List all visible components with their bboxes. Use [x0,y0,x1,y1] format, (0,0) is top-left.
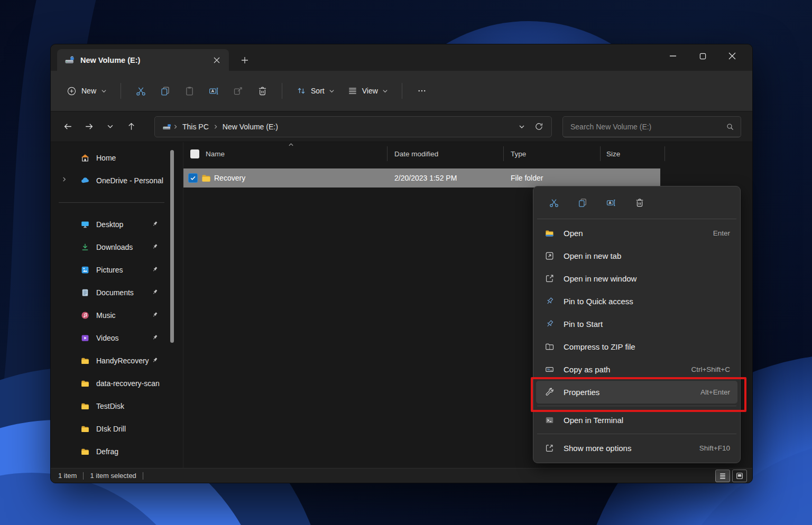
sort-button-label: Sort [311,87,325,95]
view-button[interactable]: View [341,81,394,101]
folder-icon [80,447,90,456]
up-button[interactable] [121,117,142,136]
menu-item-compress-to-zip[interactable]: Compress to ZIP file [536,335,737,358]
menu-item-open-in-new-tab[interactable]: Open in new tab [536,245,737,267]
sidebar-item-videos[interactable]: Videos [54,326,180,349]
sidebar-item-label: Desktop [96,220,123,229]
view-toggles [715,470,747,482]
column-divider[interactable] [503,146,504,161]
selected-count: 1 item selected [90,472,136,480]
sidebar-item-onedrive[interactable]: OneDrive - Personal [54,169,180,192]
file-row-recovery[interactable]: Recovery 2/20/2023 1:52 PM File folder [183,168,660,188]
menu-item-label: Open [564,229,713,238]
rename-button[interactable] [601,192,622,213]
chevron-down-icon [101,88,107,94]
sidebar-item-handyrecovery[interactable]: HandyRecovery [54,349,180,372]
sidebar-item-defrag[interactable]: Defrag [54,440,180,463]
paste-button[interactable] [177,80,201,101]
column-header-name[interactable]: Name [206,150,225,158]
search-input[interactable] [569,122,726,132]
pin-icon [151,334,159,341]
select-all-checkbox[interactable] [190,149,199,158]
menu-item-open[interactable]: Open Enter [536,222,737,245]
back-button[interactable] [57,117,78,136]
column-header-size[interactable]: Size [606,150,620,158]
sidebar-item-label: Documents [96,288,134,297]
delete-button[interactable] [629,192,650,213]
pictures-icon [80,265,90,275]
breadcrumb-new-volume[interactable]: New Volume (E:) [219,120,281,133]
search-box [562,116,741,137]
address-dropdown-icon[interactable] [513,117,530,136]
sidebar-item-data-recovery-scan[interactable]: data-recovery-scan [54,372,180,395]
status-bar: 1 item 1 item selected [51,468,752,483]
pin-icon [151,357,159,364]
search-icon[interactable] [726,123,734,131]
maximize-button[interactable] [688,45,717,67]
copy-button[interactable] [572,192,593,213]
details-view-button[interactable] [715,470,730,482]
row-checkbox-checked[interactable] [188,173,198,183]
menu-item-show-more-options[interactable]: Show more options Shift+F10 [536,437,737,460]
item-count: 1 item [58,472,77,480]
plus-circle-icon [67,86,77,96]
chevron-right-icon [213,124,218,129]
sidebar-item-music[interactable]: Music [54,304,180,326]
more-options-button[interactable] [410,80,434,101]
refresh-button[interactable] [530,117,547,136]
sidebar-item-home[interactable]: Home [54,146,180,169]
chevron-right-icon[interactable] [61,176,67,182]
forward-button[interactable] [78,117,99,136]
tab-close-icon[interactable] [210,53,224,67]
close-button[interactable] [717,45,747,67]
folder-icon [201,173,211,183]
menu-item-open-in-terminal[interactable]: Open in Terminal [536,409,737,432]
menu-item-label: Pin to Quick access [564,297,730,306]
column-divider[interactable] [665,146,665,161]
sidebar-item-disk-drill[interactable]: DIsk Drill [54,417,180,440]
pin-icon [151,266,159,273]
breadcrumb[interactable]: This PC New Volume (E:) [154,116,552,137]
folder-icon [80,356,90,365]
new-tab-button[interactable] [237,53,253,68]
cut-button[interactable] [543,192,565,213]
column-header-date-modified[interactable]: Date modified [394,150,438,158]
explorer-tab[interactable]: New Volume (E:) [57,49,229,71]
sidebar-item-downloads[interactable]: Downloads [54,236,180,258]
menu-item-label: Pin to Start [564,320,730,329]
share-button[interactable] [226,80,250,101]
new-button-label: New [81,87,96,95]
file-type: File folder [511,174,543,182]
menu-item-shortcut: Shift+F10 [699,444,730,452]
new-button[interactable]: New [60,81,113,101]
column-divider[interactable] [600,146,601,161]
recent-locations-button[interactable] [99,117,121,136]
column-header-type[interactable]: Type [511,150,526,158]
share-icon [233,86,244,97]
trash-icon [257,86,268,97]
sidebar-item-desktop[interactable]: Desktop [54,213,180,236]
delete-button[interactable] [250,80,274,101]
music-icon [80,311,90,320]
menu-item-pin-to-start[interactable]: Pin to Start [536,313,737,335]
cut-icon [549,198,559,208]
pin-icon [151,288,159,296]
documents-icon [80,288,90,297]
copy-icon [577,198,588,208]
minimize-button[interactable] [658,45,688,67]
sidebar-item-pictures[interactable]: Pictures [54,258,180,281]
menu-item-pin-to-quick-access[interactable]: Pin to Quick access [536,290,737,313]
sidebar-item-documents[interactable]: Documents [54,281,180,304]
menu-item-open-in-new-window[interactable]: Open in new window [536,267,737,290]
sidebar-item-testdisk[interactable]: TestDisk [54,395,180,417]
sort-button[interactable]: Sort [290,81,341,101]
cut-button[interactable] [128,80,153,101]
breadcrumb-this-pc[interactable]: This PC [179,120,212,133]
sidebar-scrollbar[interactable] [170,150,174,343]
large-icons-view-button[interactable] [732,470,747,482]
sidebar-item-label: DIsk Drill [96,425,126,433]
command-bar: New Sort [51,71,752,111]
column-divider[interactable] [387,146,387,161]
rename-button[interactable] [201,80,226,101]
copy-button[interactable] [153,80,177,101]
